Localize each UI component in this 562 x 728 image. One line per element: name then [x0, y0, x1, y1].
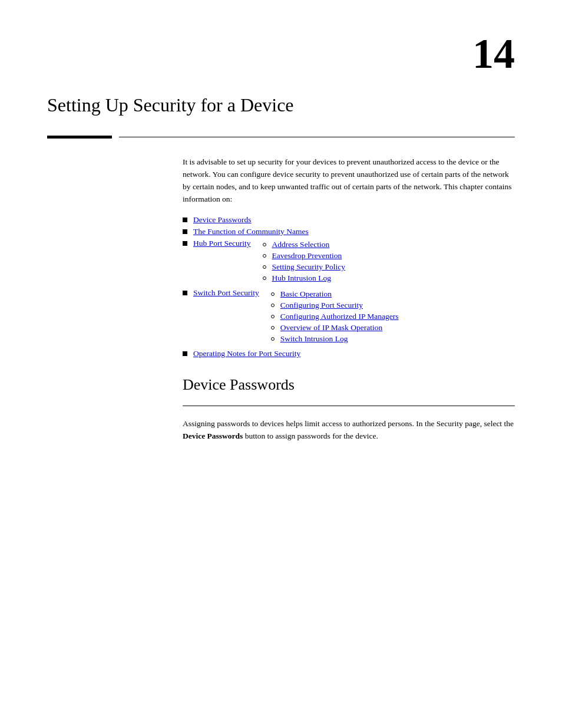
device-passwords-section: Device Passwords Assigning passwords to …	[183, 376, 515, 443]
sub-item-ip-mask: Overview of IP Mask Operation	[271, 323, 399, 332]
device-passwords-text: Assigning passwords to devices helps lim…	[183, 418, 515, 443]
link-hub-port-security[interactable]: Hub Port Security	[193, 239, 251, 248]
link-setting-security-policy[interactable]: Setting Security Policy	[272, 262, 346, 272]
bullet-circle-4	[263, 276, 266, 280]
link-configuring-authorized-managers[interactable]: Configuring Authorized IP Managers	[280, 312, 399, 321]
bullet-circle-2	[263, 254, 266, 258]
sub-item-hub-intrusion: Hub Intrusion Log	[263, 274, 346, 283]
bullet-square-5	[183, 351, 187, 356]
bullet-square-1	[183, 218, 187, 222]
device-passwords-text-before: Assigning passwords to devices helps lim…	[183, 419, 514, 428]
page-container: 14 Setting Up Security for a Device It i…	[0, 0, 562, 728]
bullet-square-3	[183, 241, 187, 246]
switch-security-sublist: Basic Operation Configuring Port Securit…	[271, 289, 399, 345]
sub-item-switch-intrusion: Switch Intrusion Log	[271, 334, 399, 344]
link-address-selection[interactable]: Address Selection	[272, 240, 330, 249]
sub-item-basic-op: Basic Operation	[271, 289, 399, 299]
toc-item-switch-security: Switch Port Security Basic Operation Con…	[183, 288, 515, 347]
intro-paragraph: It is advisable to set up security for y…	[183, 156, 515, 206]
bullet-square-2	[183, 229, 187, 234]
link-community-names[interactable]: The Function of Community Names	[193, 227, 309, 236]
sub-item-eavesdrop: Eavesdrop Prevention	[263, 251, 346, 261]
bullet-circle-8	[271, 326, 275, 330]
link-operating-notes[interactable]: Operating Notes for Port Security	[193, 349, 300, 358]
link-switch-port-security[interactable]: Switch Port Security	[193, 288, 259, 298]
chapter-title: Setting Up Security for a Device	[47, 94, 294, 116]
device-passwords-title: Device Passwords	[183, 376, 515, 394]
chapter-divider	[47, 136, 515, 139]
toc-item-passwords: Device Passwords	[183, 215, 515, 225]
link-eavesdrop-prevention[interactable]: Eavesdrop Prevention	[272, 251, 342, 261]
toc-item-hub-security: Hub Port Security Address Selection Eave…	[183, 239, 515, 286]
toc-item-community: The Function of Community Names	[183, 227, 515, 236]
divider-thick	[47, 136, 112, 139]
section-divider	[183, 406, 515, 406]
bullet-circle-6	[271, 304, 275, 307]
chapter-number: 14	[472, 29, 515, 78]
sub-item-address: Address Selection	[263, 240, 346, 249]
link-basic-operation[interactable]: Basic Operation	[280, 289, 332, 299]
link-configuring-port-security[interactable]: Configuring Port Security	[280, 301, 363, 310]
bullet-circle-1	[263, 243, 266, 246]
bullet-square-4	[183, 291, 187, 295]
bullet-circle-7	[271, 315, 275, 318]
sub-item-security-policy: Setting Security Policy	[263, 262, 346, 272]
bullet-circle-5	[271, 292, 275, 296]
link-hub-intrusion-log[interactable]: Hub Intrusion Log	[272, 274, 332, 283]
sub-item-config-auth: Configuring Authorized IP Managers	[271, 312, 399, 321]
hub-security-sublist: Address Selection Eavesdrop Prevention S…	[263, 240, 346, 285]
link-switch-intrusion-log[interactable]: Switch Intrusion Log	[280, 334, 348, 344]
toc-item-operating-notes: Operating Notes for Port Security	[183, 349, 515, 358]
device-passwords-bold: Device Passwords	[183, 431, 243, 440]
divider-thin	[119, 137, 515, 138]
sub-item-config-port: Configuring Port Security	[271, 301, 399, 310]
bullet-circle-3	[263, 265, 266, 269]
toc-list: Device Passwords The Function of Communi…	[183, 215, 515, 358]
main-content: It is advisable to set up security for y…	[183, 156, 515, 443]
bullet-circle-9	[271, 337, 275, 341]
device-passwords-text-after: button to assign passwords for the devic…	[243, 431, 378, 440]
link-ip-mask-operation[interactable]: Overview of IP Mask Operation	[280, 323, 382, 332]
link-device-passwords[interactable]: Device Passwords	[193, 215, 252, 225]
